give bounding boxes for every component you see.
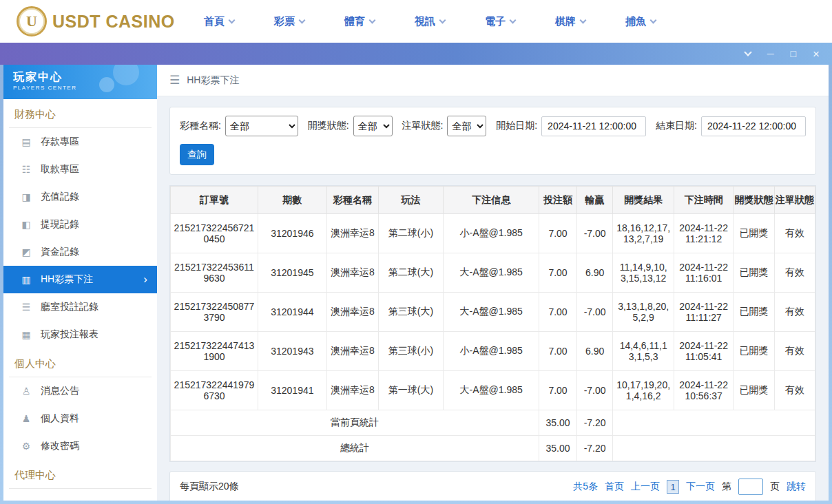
nav-label: 捕魚 (625, 15, 646, 28)
cell-period: 31201941 (258, 371, 327, 410)
cell-bet-time: 2024-11-22 11:21:12 (674, 214, 734, 253)
lottery-name-select[interactable]: 全部 (225, 116, 298, 136)
cell-period: 31201943 (258, 332, 327, 371)
table-header-row: 訂單號 期數 彩種名稱 玩法 下注信息 投注額 輸贏 開獎結果 下注時間 開獎狀… (171, 187, 815, 214)
bets-table: 訂單號 期數 彩種名稱 玩法 下注信息 投注額 輸贏 開獎結果 下注時間 開獎狀… (170, 186, 815, 461)
cell-period: 31201945 (258, 253, 327, 293)
sidebar-item-recharge-record[interactable]: ◨ 充值記錄 (3, 183, 157, 211)
summary-bet-amount: 35.00 (539, 436, 577, 461)
cell-result: 14,4,6,11,13,1,5,3 (613, 332, 674, 371)
sidebar-item-announcements[interactable]: ♙ 消息公告 (3, 377, 157, 405)
search-button[interactable]: 查詢 (180, 144, 214, 165)
first-page-link[interactable]: 首页 (605, 481, 624, 493)
next-page-link[interactable]: 下一页 (686, 481, 715, 493)
nav-item-cards[interactable]: 棋牌 (555, 15, 585, 28)
sidebar-item-profile[interactable]: ♟ 個人資料 (3, 405, 157, 432)
jump-suffix-label: 页 (770, 481, 780, 493)
profile-icon: ♟ (20, 413, 32, 424)
cell-order: 2152173224567210450 (171, 214, 258, 253)
chevron-down-icon[interactable] (744, 48, 751, 56)
column-header-play: 玩法 (378, 187, 443, 214)
deposit-icon: ▤ (20, 136, 32, 147)
cell-bet-info: 小-A盤@1.985 (444, 332, 539, 371)
cell-result: 11,14,9,10,3,15,13,12 (613, 253, 674, 293)
order-status-select[interactable]: 全部 (447, 116, 486, 136)
sidebar-item-hh-lottery-bets[interactable]: ▥ HH彩票下注 › (3, 266, 157, 293)
filter-panel: 彩種名稱: 全部 開獎狀態: 全部 注單狀態: 全部 開始日期: 結束日期: (169, 107, 816, 175)
prev-page-link[interactable]: 上一页 (631, 481, 660, 493)
lottery-name-label: 彩種名稱: (180, 120, 221, 132)
column-header-bet-info: 下注信息 (444, 187, 539, 214)
summary-empty (613, 436, 815, 461)
cell-period: 31201946 (258, 214, 327, 253)
cell-bet-time: 2024-11-22 11:05:41 (674, 332, 734, 371)
nav-item-video[interactable]: 視訊 (415, 15, 445, 28)
section-finance-center: 財務中心 (9, 99, 152, 128)
chevron-down-icon (299, 17, 306, 23)
maximize-icon[interactable]: □ (791, 49, 796, 59)
sidebar-item-withdraw[interactable]: ☷ 取款專區 (3, 156, 157, 183)
room-bet-record-icon: ☰ (20, 302, 32, 313)
cell-order: 2152173224536119630 (171, 253, 258, 293)
sidebar-item-funds-record[interactable]: ◩ 資金記錄 (3, 238, 157, 266)
nav-label: 視訊 (415, 15, 435, 28)
total-count-text: 共5条 (573, 481, 598, 493)
order-status-label: 注單狀態: (402, 120, 444, 132)
nav-item-slots[interactable]: 電子 (485, 15, 515, 28)
summary-win-loss: -7.20 (576, 410, 613, 436)
page-size-text: 每頁顯示20條 (180, 481, 239, 493)
minimize-icon[interactable]: ─ (767, 49, 774, 59)
sidebar-item-player-bet-report[interactable]: ▦ 玩家投注報表 (3, 321, 157, 348)
column-header-order-status: 注單狀態 (774, 187, 815, 214)
cell-bet-info: 大-A盤@1.985 (444, 253, 539, 293)
close-icon[interactable]: × (813, 48, 820, 60)
current-page-indicator[interactable]: 1 (667, 480, 679, 494)
sidebar-subtitle: PLAYERS CENTER (13, 85, 147, 91)
jump-button[interactable]: 跳转 (787, 481, 806, 493)
column-header-bet-time: 下注時間 (674, 187, 734, 214)
nav-label: 彩票 (274, 15, 295, 28)
table-row: 2152173224474131900 31201943 澳洲幸运8 第三球(小… (171, 332, 815, 371)
nav-item-home[interactable]: 首頁 (204, 15, 234, 28)
page-title: HH彩票下注 (187, 74, 239, 87)
logo[interactable]: U USDT CASINO (17, 6, 179, 36)
sidebar-item-deposit[interactable]: ▤ 存款專區 (3, 128, 157, 156)
cell-draw-status: 已開獎 (734, 371, 774, 410)
sidebar-item-cashout-record[interactable]: ◧ 提現記錄 (3, 211, 157, 238)
draw-status-select[interactable]: 全部 (353, 116, 393, 136)
start-date-input[interactable] (541, 116, 646, 136)
table-row: 2152173224536119630 31201945 澳洲幸运8 第二球(大… (171, 253, 815, 293)
chevron-down-icon (439, 17, 446, 23)
hamburger-menu-icon[interactable]: ☰ (169, 73, 180, 87)
nav-item-lottery[interactable]: 彩票 (274, 15, 304, 28)
cell-play: 第一球(大) (378, 371, 443, 410)
cell-lottery: 澳洲幸运8 (326, 293, 378, 332)
sidebar-item-change-password[interactable]: ⚙ 修改密碼 (3, 432, 157, 460)
cell-order: 2152173224474131900 (171, 332, 258, 371)
page-number-input[interactable] (738, 479, 763, 495)
nav-item-fishing[interactable]: 捕魚 (625, 15, 656, 28)
lottery-bets-icon: ▥ (20, 274, 32, 285)
cell-draw-status: 已開獎 (734, 332, 774, 371)
sidebar-item-label: 修改密碼 (41, 440, 79, 452)
main-scroll-area: 彩種名稱: 全部 開獎狀態: 全部 注單狀態: 全部 開始日期: 結束日期: (157, 96, 829, 501)
cell-result: 18,16,12,17,13,2,7,19 (613, 214, 674, 253)
cell-bet-amount: 7.00 (539, 371, 577, 410)
summary-label: 當前頁統計 (171, 410, 539, 436)
main-content: ☰ HH彩票下注 彩種名稱: 全部 開獎狀態: 全部 注單狀態: 全部 (157, 65, 829, 501)
chevron-down-icon (510, 17, 517, 23)
end-date-input[interactable] (701, 116, 806, 136)
breadcrumb: ☰ HH彩票下注 (157, 65, 829, 96)
sidebar-item-room-bet-record[interactable]: ☰ 廳室投註記錄 (3, 293, 157, 321)
cell-order: 2152173224508773790 (171, 293, 258, 332)
cell-bet-amount: 7.00 (539, 214, 577, 253)
section-agent-center: 代理中心 (9, 460, 152, 489)
sidebar-item-label: 廳室投註記錄 (41, 301, 98, 313)
nav-item-sports[interactable]: 體育 (344, 15, 375, 28)
cell-result: 10,17,19,20,1,4,16,2 (613, 371, 674, 410)
player-bet-report-icon: ▦ (20, 329, 32, 340)
chevron-down-icon (580, 17, 587, 23)
chevron-down-icon (369, 17, 376, 23)
summary-win-loss: -7.20 (576, 436, 613, 461)
chevron-down-icon (650, 17, 657, 23)
